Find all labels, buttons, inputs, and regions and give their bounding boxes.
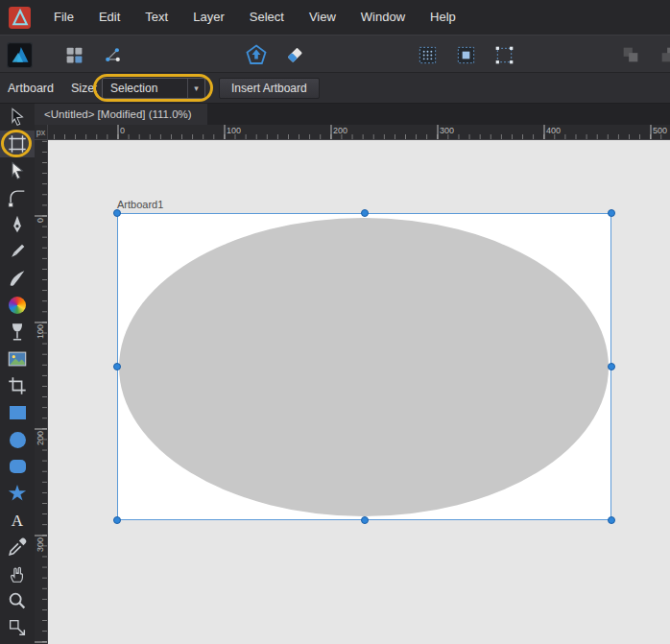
- rounded-rectangle-tool[interactable]: [0, 453, 35, 480]
- menu-item-window[interactable]: Window: [348, 0, 418, 35]
- app-window-icon: [8, 6, 32, 30]
- artistic-text-tool[interactable]: A: [0, 507, 35, 534]
- vertical-ruler[interactable]: 0100200300: [35, 140, 48, 644]
- menu-item-text[interactable]: Text: [132, 0, 180, 35]
- zoom-tool[interactable]: [0, 587, 35, 614]
- selection-handle[interactable]: [608, 363, 615, 370]
- hruler-label: 200: [333, 126, 347, 135]
- vruler-label: 0: [36, 218, 45, 223]
- hruler-label: 500: [653, 126, 667, 135]
- menu-bar: FileEditTextLayerSelectViewWindowHelp: [0, 0, 670, 35]
- rectangle-tool[interactable]: [0, 399, 35, 426]
- view-tool[interactable]: [0, 561, 35, 587]
- selection-handle[interactable]: [113, 516, 121, 524]
- star-tool[interactable]: [0, 480, 35, 507]
- ellipse-tool[interactable]: [0, 426, 35, 453]
- hruler-label: 100: [227, 126, 241, 135]
- node-connections-icon[interactable]: [98, 40, 127, 69]
- snap-transform-icon[interactable]: [490, 40, 518, 69]
- hruler-label: 400: [546, 126, 561, 135]
- ellipse-shape[interactable]: [119, 218, 609, 516]
- selection-handle[interactable]: [361, 516, 369, 524]
- document-tab-bar: <Untitled> [Modified] (111.0%): [35, 104, 670, 125]
- node-tool[interactable]: [0, 157, 35, 184]
- menu-item-file[interactable]: File: [41, 0, 86, 35]
- size-dropdown-value: Selection: [103, 82, 187, 95]
- arrange-icon-1[interactable]: [616, 40, 645, 69]
- selection-handle[interactable]: [361, 209, 369, 217]
- context-tool-label: Artboard: [8, 73, 54, 104]
- pencil-tool[interactable]: [0, 238, 35, 265]
- menu-item-help[interactable]: Help: [418, 0, 468, 35]
- chevron-down-icon: ▾: [187, 79, 204, 98]
- horizontal-ruler[interactable]: 0100200300400500: [48, 125, 670, 140]
- vruler-label: 200: [36, 431, 45, 445]
- move-tool[interactable]: [0, 104, 35, 131]
- snap-squares-icon[interactable]: [451, 40, 480, 69]
- canvas[interactable]: Artboard1: [48, 140, 670, 644]
- insert-artboard-button[interactable]: Insert Artboard: [219, 78, 320, 99]
- selection-handle[interactable]: [608, 516, 615, 524]
- color-picker-tool[interactable]: [0, 534, 35, 561]
- transparency-tool[interactable]: [0, 319, 35, 346]
- toolbar-center-group: [242, 36, 309, 74]
- size-dropdown[interactable]: Selection ▾: [102, 78, 205, 99]
- pentagon-upload-icon[interactable]: [242, 40, 271, 69]
- vruler-major-ticks: [35, 140, 47, 644]
- arrange-icon-2[interactable]: [655, 40, 670, 69]
- vruler-label: 300: [36, 537, 45, 552]
- hruler-label: 0: [120, 126, 125, 135]
- main-toolbar: [0, 35, 670, 73]
- corner-tool[interactable]: [0, 184, 35, 211]
- vector-crop-tool[interactable]: [0, 372, 35, 399]
- menu-item-edit[interactable]: Edit: [86, 0, 132, 35]
- menu-item-layer[interactable]: Layer: [180, 0, 237, 35]
- menu-item-view[interactable]: View: [297, 0, 348, 35]
- vruler-label: 100: [36, 324, 45, 339]
- ruler-unit-label: px: [35, 125, 48, 140]
- toolbar-left-group: [60, 36, 127, 74]
- grid-icon[interactable]: [60, 40, 88, 69]
- document-tab[interactable]: <Untitled> [Modified] (111.0%): [35, 104, 207, 125]
- toolbar-right-group: [413, 36, 518, 74]
- point-transform-tool[interactable]: [0, 614, 35, 641]
- fill-tool[interactable]: [0, 292, 35, 319]
- artboard-label: Artboard1: [117, 199, 163, 210]
- vector-brush-tool[interactable]: [0, 265, 35, 292]
- artboard[interactable]: [117, 213, 611, 520]
- context-toolbar: Artboard Size: Selection ▾ Insert Artboa…: [0, 73, 670, 104]
- menu-item-select[interactable]: Select: [237, 0, 297, 35]
- hruler-label: 300: [440, 126, 454, 135]
- place-image-tool[interactable]: [0, 346, 35, 372]
- snap-dots-icon[interactable]: [413, 40, 442, 69]
- selection-handle[interactable]: [608, 209, 615, 217]
- app-window: FileEditTextLayerSelectViewWindowHelp Ar…: [0, 0, 670, 644]
- selection-handle[interactable]: [113, 363, 121, 370]
- toolbar-logo-group: [4, 36, 35, 74]
- hruler-major-ticks: [48, 125, 670, 139]
- artboard-tool[interactable]: [0, 131, 35, 157]
- pen-tool[interactable]: [0, 211, 35, 238]
- affinity-designer-logo[interactable]: [4, 40, 35, 69]
- toolbar-disabled-group: [616, 36, 670, 74]
- eraser-icon[interactable]: [280, 40, 309, 69]
- size-label: Size:: [71, 73, 98, 104]
- menu-bar-items: FileEditTextLayerSelectViewWindowHelp: [41, 0, 468, 35]
- selection-handle[interactable]: [113, 209, 121, 217]
- tool-strip: A: [0, 104, 35, 644]
